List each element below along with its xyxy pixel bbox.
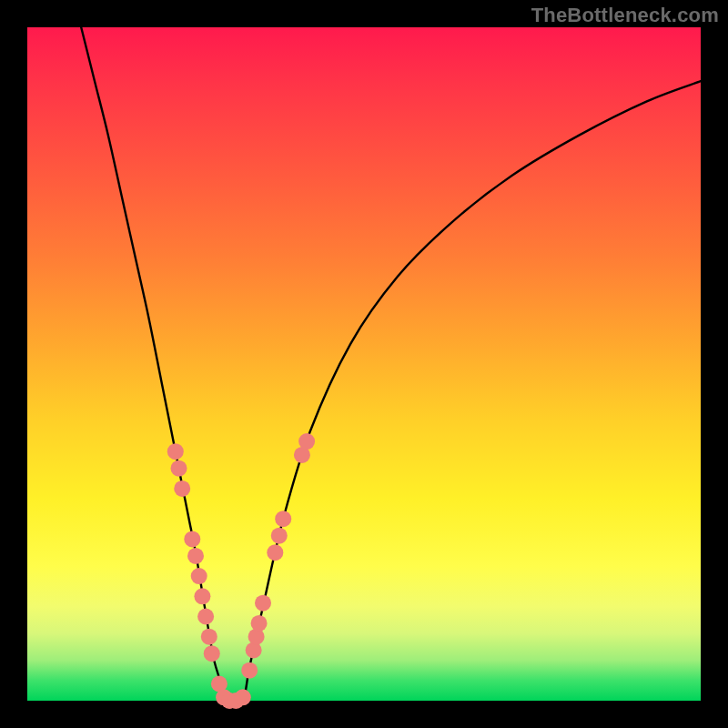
watermark-text: TheBottleneck.com — [531, 4, 719, 27]
curve-marker — [197, 609, 214, 625]
curve-marker — [241, 662, 258, 679]
chart-svg — [27, 27, 701, 701]
curve-marker — [167, 443, 184, 460]
curve-marker — [248, 629, 265, 645]
curve-marker — [201, 629, 217, 645]
curve-marker — [187, 548, 204, 564]
curve-marker — [251, 615, 268, 632]
curve-marker — [191, 568, 207, 584]
curve-marker — [184, 531, 200, 547]
curve-marker — [194, 588, 210, 604]
curve-marker — [298, 433, 315, 450]
plot-area — [27, 27, 701, 701]
curve-marker — [271, 528, 288, 544]
bottleneck-curve — [81, 27, 701, 705]
curve-markers — [167, 433, 315, 709]
curve-marker — [255, 595, 271, 612]
curve-marker — [246, 642, 262, 659]
curve-marker — [171, 460, 187, 477]
curve-marker — [235, 689, 251, 705]
curve-marker — [275, 511, 291, 527]
curve-marker — [267, 544, 283, 561]
curve-marker — [174, 480, 190, 497]
curve-marker — [204, 645, 220, 662]
chart-frame: TheBottleneck.com — [0, 0, 728, 728]
